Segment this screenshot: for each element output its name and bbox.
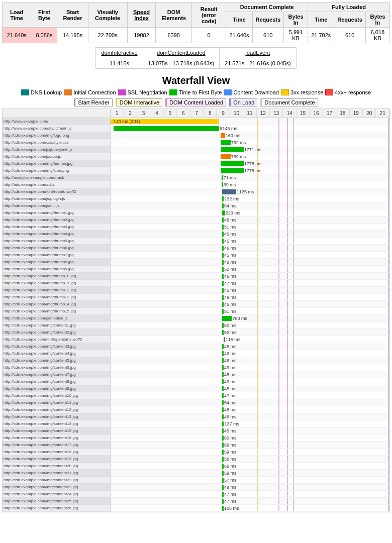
- vertical-marker: [388, 315, 389, 321]
- request-row: http://cdn.example.com/img/content23.jpg: [3, 484, 110, 491]
- request-label: http://www.example.com/static/main.js: [4, 126, 71, 131]
- vertical-marker: [388, 343, 389, 350]
- bar-label: 46 ms: [224, 358, 237, 363]
- vertical-marker: [388, 491, 389, 497]
- vertical-marker: [388, 378, 389, 385]
- vertical-marker: [293, 491, 294, 497]
- bar-label: 47 ms: [224, 281, 237, 286]
- request-label: http://cdn.example.com/img/content18.jpg: [4, 450, 78, 454]
- chart-row: 46 ms: [111, 413, 389, 420]
- vertical-marker: [388, 273, 389, 279]
- bar-label: 223 ms: [226, 210, 241, 215]
- vertical-marker: [388, 125, 389, 132]
- timeline-cell: 10: [230, 109, 243, 118]
- vertical-marker: [388, 118, 389, 125]
- waterfall-bar: [222, 225, 224, 230]
- vertical-marker: [388, 216, 389, 223]
- vertical-marker: [278, 280, 279, 286]
- timeline-cell: 16: [310, 109, 323, 118]
- chart-row: 66 ms: [111, 442, 389, 449]
- waterfall-bar: [221, 154, 230, 159]
- request-label: http://cdn.example.com/js/jquery.min.js: [4, 147, 72, 152]
- vertical-marker: [293, 287, 294, 293]
- vertical-marker: [293, 308, 294, 314]
- 3xx-color: [281, 89, 289, 95]
- chart-row: 45 ms: [111, 287, 389, 294]
- request-label: http://cdn.example.com/img/content2.jpg: [4, 330, 76, 335]
- request-label: http://cdn.example.com/img/content22.jpg: [4, 478, 78, 482]
- chart-row: 49 ms: [111, 364, 389, 371]
- chart-row: 762 ms: [111, 139, 389, 146]
- 4xx-color: [325, 89, 333, 95]
- full-requests-header: Requests: [334, 12, 366, 28]
- bar-label: 45 ms: [224, 302, 237, 307]
- load-event-header[interactable]: loadEvent: [220, 48, 296, 58]
- vertical-marker: [278, 505, 279, 511]
- start-render-value: 14.195s: [57, 28, 88, 43]
- vertical-marker: [257, 442, 258, 448]
- chart-row: 46 ms: [111, 350, 389, 357]
- request-row: http://cdn.example.com/css/style.css: [3, 139, 110, 146]
- doc-bytes-value: 5,991 KB: [284, 28, 308, 43]
- vertical-marker: [388, 252, 389, 258]
- vertical-marker: [278, 498, 279, 504]
- dom-content-header[interactable]: domContentLoaded: [143, 48, 219, 58]
- waterfall-bar: [222, 344, 224, 349]
- chart-rows: 110 ms (301)8145 ms160 ms762 ms1771 ms76…: [111, 118, 389, 512]
- bar-label: 48 ms: [224, 218, 237, 223]
- request-row: http://cdn.example.com/img/content22.jpg: [3, 477, 110, 484]
- vertical-marker: [287, 315, 288, 321]
- vertical-marker: [278, 266, 279, 272]
- vertical-marker: [287, 224, 288, 230]
- chart-row: 1771 ms: [111, 146, 389, 153]
- vertical-marker: [287, 350, 288, 357]
- waterfall-bar: [222, 210, 225, 215]
- bar-label: 48 ms: [224, 260, 237, 265]
- vertical-marker: [293, 280, 294, 286]
- vertical-marker: [287, 245, 288, 251]
- request-label: http://cdn.example.com/img/content12.jpg: [4, 407, 78, 412]
- request-label: http://cdn.example.com/img/content10.jpg: [4, 393, 78, 398]
- timeline-cell: 14: [283, 109, 296, 118]
- vertical-marker: [287, 392, 288, 399]
- full-bytes-value: 6,018 KB: [365, 28, 389, 43]
- bar-label: 64 ms: [224, 203, 237, 208]
- bar-label: 46 ms: [224, 414, 237, 419]
- request-label: http://cdn.example.com/img/thumb12.jpg: [4, 288, 76, 292]
- vertical-marker: [287, 477, 288, 483]
- vertical-marker: [287, 238, 288, 244]
- timeline-cell: 11: [243, 109, 256, 118]
- vertical-marker: [278, 385, 279, 392]
- vertical-marker: [388, 484, 389, 490]
- vertical-marker: [388, 315, 389, 321]
- vertical-marker: [388, 322, 389, 329]
- vertical-marker: [278, 294, 279, 300]
- vertical-marker: [287, 287, 288, 293]
- dom-interactive-header[interactable]: domInteractive: [96, 48, 143, 58]
- vertical-marker: [388, 202, 389, 209]
- vertical-marker: [287, 259, 288, 265]
- waterfall-bar: [221, 133, 225, 138]
- bar-label: 132 ms: [224, 196, 239, 201]
- vertical-marker: [257, 336, 258, 343]
- legend-ttfb: Time to First Byte: [169, 89, 222, 95]
- request-label: http://cdn.example.com/img/content11.jpg: [4, 400, 78, 405]
- request-row: http://cdn.example.com/img/content8.jpg: [3, 378, 110, 385]
- vertical-marker: [388, 146, 389, 153]
- vertical-marker: [388, 259, 389, 265]
- vertical-marker: [388, 463, 389, 469]
- vertical-marker: [293, 160, 294, 167]
- vertical-marker: [278, 181, 279, 188]
- visually-complete-header: Visually Complete: [88, 3, 127, 28]
- vertical-marker: [388, 266, 389, 272]
- vertical-marker: [388, 498, 389, 504]
- bar-label: 49 ms: [224, 485, 237, 490]
- chart-row: 71 ms: [111, 174, 389, 181]
- bar-label: 1771 ms: [244, 147, 262, 152]
- vertical-marker: [287, 336, 288, 343]
- vertical-marker: [278, 167, 279, 174]
- waterfall-bar: [222, 492, 224, 497]
- vertical-marker: [388, 399, 389, 406]
- vertical-marker: [388, 301, 389, 307]
- waterfall-bar: [222, 302, 224, 307]
